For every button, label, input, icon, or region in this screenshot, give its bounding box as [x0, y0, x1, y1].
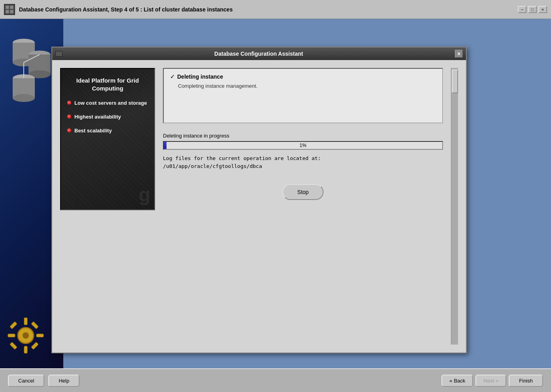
dialog-body: Ideal Platform for Grid Computing Low co… [52, 60, 466, 352]
dialog-icon [55, 51, 62, 57]
background-area: Database Configuration Assistant × Ideal… [0, 19, 551, 368]
svg-point-12 [13, 94, 35, 102]
db-visual [8, 31, 55, 151]
bullet-1 [67, 101, 71, 105]
info-panel-title: Ideal Platform for Grid Computing [67, 77, 148, 92]
info-panel: Ideal Platform for Grid Computing Low co… [60, 68, 155, 210]
dialog-close-button[interactable]: × [455, 50, 463, 58]
svg-rect-22 [31, 322, 38, 329]
os-close-button[interactable]: × [538, 6, 547, 13]
nav-buttons: « Back Next » Finish [441, 375, 543, 387]
back-button[interactable]: « Back [441, 375, 473, 387]
info-item-3: Best scalability [67, 128, 148, 134]
svg-rect-3 [10, 10, 13, 13]
bullet-3 [67, 128, 71, 132]
info-panel-watermark: g [139, 184, 150, 205]
os-window-controls: − □ × [518, 6, 547, 13]
progress-bar: 1% [163, 141, 443, 150]
progress-section: Deleting instance in progress 1% Log fil… [163, 133, 443, 170]
stop-button-area: Stop [163, 184, 443, 200]
svg-rect-17 [24, 318, 27, 325]
svg-rect-21 [10, 322, 17, 329]
help-button[interactable]: Help [48, 375, 80, 387]
bottom-bar: Cancel Help « Back Next » Finish [0, 368, 551, 392]
svg-rect-23 [10, 342, 17, 349]
dialog-title: Database Configuration Assistant [66, 51, 452, 57]
log-line-1: Log files for the current operation are … [163, 155, 443, 162]
svg-point-16 [23, 332, 29, 339]
progress-label: Deleting instance in progress [163, 133, 443, 139]
back-icon: « [449, 378, 452, 384]
os-title: Database Configuration Assistant, Step 4… [19, 6, 514, 13]
minimize-button[interactable]: − [518, 6, 526, 13]
os-titlebar: Database Configuration Assistant, Step 4… [0, 0, 551, 19]
info-item-2-text: Highest availability [74, 114, 121, 120]
svg-rect-20 [36, 334, 44, 337]
status-box: ✓ Deleting instance Completing instance … [163, 68, 443, 123]
svg-rect-24 [31, 342, 38, 349]
finish-button[interactable]: Finish [509, 375, 543, 387]
svg-rect-1 [10, 6, 13, 9]
dialog-scrollbar[interactable] [451, 68, 458, 345]
content-area: ✓ Deleting instance Completing instance … [163, 68, 443, 345]
next-label: Next [483, 378, 494, 384]
info-item-1: Low cost servers and storage [67, 100, 148, 106]
scrollbar-thumb[interactable] [452, 70, 458, 93]
maximize-button[interactable]: □ [528, 6, 537, 13]
dialog-titlebar: Database Configuration Assistant × [52, 47, 466, 60]
next-button[interactable]: Next » [475, 375, 506, 387]
status-box-title: Deleting instance [177, 74, 223, 80]
info-item-2: Highest availability [67, 114, 148, 120]
os-titlebar-icon [4, 4, 15, 15]
svg-rect-18 [24, 346, 27, 353]
cancel-button[interactable]: Cancel [8, 375, 44, 387]
status-box-header: ✓ Deleting instance [170, 74, 436, 80]
svg-rect-19 [8, 334, 15, 337]
back-label: Back [454, 378, 465, 384]
info-item-1-text: Low cost servers and storage [74, 100, 147, 106]
bullet-2 [67, 115, 71, 119]
stop-button[interactable]: Stop [282, 184, 324, 200]
gear-visual [6, 316, 45, 356]
log-line-2: /u01/app/oracle/cfgtoollogs/dbca [163, 162, 443, 170]
dialog: Database Configuration Assistant × Ideal… [51, 47, 467, 353]
next-icon: » [496, 378, 498, 384]
svg-rect-2 [6, 10, 9, 13]
status-checkmark: ✓ [170, 74, 175, 80]
svg-rect-0 [6, 6, 9, 9]
status-box-text: Completing instance management. [170, 83, 436, 89]
info-item-3-text: Best scalability [74, 128, 112, 134]
progress-percent: 1% [164, 142, 442, 149]
